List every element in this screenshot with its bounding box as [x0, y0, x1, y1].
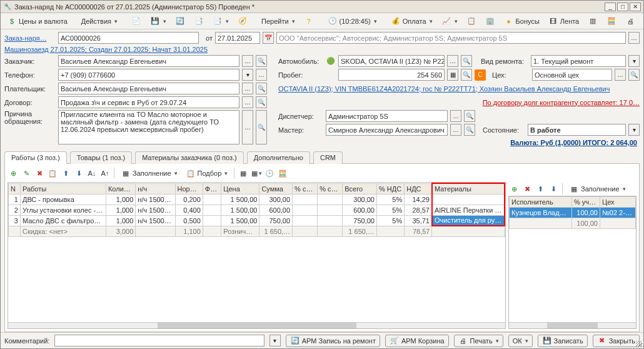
row-up[interactable]: ⬆ — [60, 168, 71, 179]
col-executor[interactable]: Исполнитель — [510, 197, 572, 208]
col-pct[interactable]: % уча… — [572, 197, 600, 208]
tab-crm[interactable]: CRM — [313, 151, 343, 164]
date-input[interactable]: 27.01.2025 — [215, 32, 260, 44]
col-qty[interactable]: Колич… — [106, 183, 135, 194]
row-copy[interactable]: ✎ — [21, 168, 32, 179]
col-d1[interactable]: % ск… — [293, 183, 318, 194]
org-input[interactable]: ООО "Автосервис"; Автосервис; Администра… — [276, 32, 626, 44]
customer-select[interactable]: … — [242, 55, 253, 67]
row-dup[interactable]: 📋 — [47, 168, 58, 179]
tb-new[interactable]: 📄 — [128, 15, 144, 28]
col-fi[interactable]: Фи… — [203, 183, 221, 194]
close-button[interactable]: ✖Закрыть — [593, 335, 640, 347]
arm-cart-button[interactable]: 🛒АРМ Корзина — [385, 335, 449, 347]
lenta-button[interactable]: 🎞Лента — [545, 15, 582, 28]
save-button[interactable]: 💾Записать — [538, 335, 588, 347]
mileage-input[interactable]: 254 560 — [338, 69, 445, 81]
master-lookup[interactable]: 🔍 — [464, 124, 475, 136]
col-total[interactable]: Всего — [343, 183, 377, 194]
tab-works[interactable]: Работы (3 поз.) — [4, 151, 67, 164]
reason-select[interactable]: … — [242, 110, 253, 144]
col-shop[interactable]: Цех — [600, 197, 636, 208]
tb-chart[interactable]: 📈 — [438, 15, 461, 28]
phone-dd[interactable]: ▾ — [242, 69, 253, 81]
statusline-link[interactable]: Машинозаезд 27.01.2025; Создан 27.01.202… — [4, 46, 208, 53]
contract-select[interactable]: … — [242, 96, 253, 108]
car-lookup[interactable]: 🔍 — [461, 55, 472, 67]
col-work[interactable]: Работы — [20, 183, 106, 194]
row-sort-d[interactable]: A↑ — [99, 168, 111, 179]
col-sum[interactable]: Сумма — [259, 183, 293, 194]
contract-lookup[interactable]: 🔍 — [256, 96, 267, 108]
left-scrollbar[interactable] — [8, 322, 505, 328]
org-select-button[interactable]: … — [628, 32, 640, 44]
exec-fill[interactable]: ▦Заполнение — [566, 183, 629, 195]
contract-input[interactable]: Продажа з\ч и сервис в Руб от 29.07.24 — [58, 96, 239, 108]
time-button[interactable]: 🕒(10:28:45) — [325, 15, 380, 28]
warning-button[interactable]: C — [475, 69, 486, 81]
tb-misc2[interactable]: 🏢 — [482, 15, 498, 28]
tb-help[interactable]: ? — [301, 15, 317, 28]
print-button[interactable]: 🖨Печать — [454, 335, 503, 347]
tb-save-dd[interactable]: 💾 — [147, 15, 169, 28]
disp-select[interactable]: … — [450, 110, 461, 122]
tab-mat[interactable]: Материалы заказчика (0 поз.) — [135, 151, 244, 164]
row-down[interactable]: ⬇ — [73, 168, 84, 179]
reason-lookup[interactable]: 🔍 — [256, 110, 267, 144]
car-input[interactable]: SKODA, OCTAVIA II (1Z3) № Р222… — [338, 55, 445, 67]
disp-input[interactable]: Администратор 5S — [326, 110, 448, 122]
exec-add[interactable]: ⊕ — [508, 183, 520, 195]
row-misc[interactable]: ▦ — [238, 168, 249, 179]
reason-input[interactable]: Пригласите клиента на ТО Масло моторное … — [58, 110, 239, 144]
phone-select[interactable]: … — [256, 69, 267, 81]
pick-menu[interactable]: 📋Подбор — [183, 167, 231, 180]
vin-link[interactable]: OCTAVIA II (1Z3); VIN TMBBE61Z4A2021724;… — [278, 85, 640, 93]
order-no-input[interactable]: АС00000026 — [58, 32, 199, 44]
fill-menu[interactable]: ▦Заполнение — [118, 167, 181, 180]
col-mat[interactable]: Материалы — [432, 183, 505, 194]
tb-exit[interactable]: 🚪 — [641, 15, 643, 28]
shop-select[interactable]: … — [615, 69, 626, 81]
tb-post[interactable]: 📑 — [191, 15, 207, 28]
tb-nav[interactable]: 🧭 — [234, 15, 251, 28]
state-dd[interactable]: ▾ — [628, 124, 640, 136]
exec-down[interactable]: ⬇ — [548, 183, 559, 195]
phone-input[interactable]: +7 (909) 0776600 — [58, 69, 239, 81]
minimize-button[interactable]: _ — [605, 3, 616, 11]
works-grid[interactable]: N Работы Колич… н/ч Норм… Фи… Цена Сумма… — [8, 182, 506, 329]
exec-up[interactable]: ⬆ — [535, 183, 546, 195]
calendar-button[interactable]: 📅 — [263, 32, 274, 44]
master-input[interactable]: Смирнов Александр Александрович — [326, 124, 448, 136]
order-label[interactable]: Заказ-наря… — [4, 34, 56, 42]
col-n[interactable]: N — [9, 183, 21, 194]
prices-button[interactable]: $Цены и валюта — [4, 15, 71, 28]
row-misc2[interactable]: ▦ — [251, 168, 262, 179]
col-price[interactable]: Цена — [221, 183, 259, 194]
row-sort-a[interactable]: A↓ — [86, 168, 98, 179]
col-norm[interactable]: Норм… — [175, 183, 203, 194]
tb-misc1[interactable]: 📋 — [463, 15, 480, 28]
col-vatp[interactable]: % НДС — [376, 183, 404, 194]
tab-extra[interactable]: Дополнительно — [247, 151, 310, 164]
col-vat[interactable]: НДС — [405, 183, 432, 194]
mileage-pick[interactable]: 🔍 — [461, 69, 472, 81]
customer-input[interactable]: Васильев Александр Евгеньевич — [58, 55, 239, 67]
customer-lookup[interactable]: 🔍 — [256, 55, 267, 67]
goto-menu[interactable]: Перейти — [258, 15, 298, 28]
tab-goods[interactable]: Товары (1 поз.) — [70, 151, 132, 164]
payer-lookup[interactable]: 🔍 — [256, 83, 267, 94]
state-input[interactable]: В работе — [528, 124, 626, 136]
row-add[interactable]: ⊕ — [8, 168, 19, 179]
disp-lookup[interactable]: 🔍 — [464, 110, 475, 122]
repair-input[interactable]: 1. Текущий ремонт — [531, 55, 626, 67]
comment-expand[interactable]: ▾ — [269, 335, 281, 346]
maximize-button[interactable]: □ — [617, 3, 628, 11]
debt-link[interactable]: По договору долг контрагенту составляет:… — [483, 99, 640, 106]
car-select[interactable]: … — [447, 55, 458, 67]
tb-print[interactable]: 🖨 — [622, 15, 638, 28]
repair-dd[interactable]: ▾ — [628, 55, 640, 67]
col-d2[interactable]: % ск… — [318, 183, 343, 194]
payer-select[interactable]: … — [242, 83, 253, 94]
right-scrollbar[interactable] — [509, 322, 636, 328]
totals-label[interactable]: Валюта: Руб (1,0000) ИТОГО: 2 064,00 — [278, 138, 640, 148]
